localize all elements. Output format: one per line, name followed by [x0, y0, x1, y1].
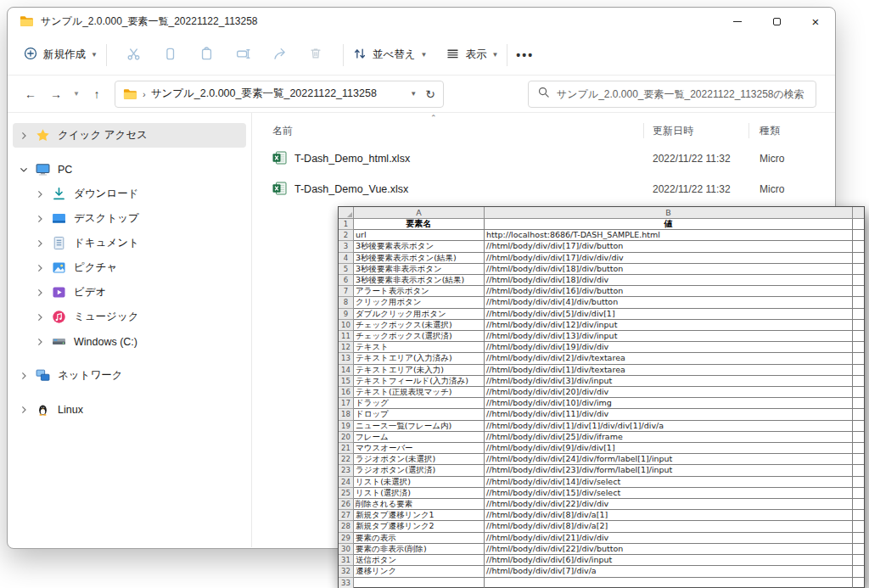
cell-b3[interactable]: //html/body/div/div[17]/div/button: [485, 241, 853, 252]
cell-a1[interactable]: 要素名: [354, 219, 485, 230]
cell-a18[interactable]: ドロップ: [354, 409, 485, 420]
cell-b24[interactable]: //html/body/div/div[14]/div/select: [485, 477, 853, 488]
cell-c-partial[interactable]: [853, 465, 864, 476]
row-number[interactable]: 3: [339, 241, 354, 252]
cell-c-partial[interactable]: [853, 533, 864, 544]
cell-b30[interactable]: //html/body/div/div[22]/div/button: [485, 544, 853, 555]
chevron-right-icon[interactable]: [36, 338, 45, 346]
cell-a32[interactable]: 遷移リンク: [354, 566, 485, 577]
cell-b11[interactable]: //html/body/div/div[13]/div/input: [485, 331, 853, 342]
cell-a33[interactable]: [354, 578, 485, 588]
cell-a28[interactable]: 新規タブ遷移リンク2: [354, 521, 485, 532]
cell-b23[interactable]: //html/body/div/div[23]/div/form/label[1…: [485, 465, 853, 476]
row-number[interactable]: 15: [339, 376, 354, 387]
chevron-right-icon[interactable]: [36, 264, 45, 272]
chevron-right-icon[interactable]: [20, 132, 29, 140]
row-number[interactable]: 8: [339, 297, 354, 308]
row-number[interactable]: 21: [339, 443, 354, 454]
sidebar-item-linux[interactable]: Linux: [13, 397, 246, 422]
cell-a8[interactable]: クリック用ボタン: [354, 297, 485, 308]
cell-a9[interactable]: ダブルクリック用ボタン: [354, 309, 485, 320]
file-row[interactable]: T-Dash_Demo_Vue.xlsx2022/11/22 11:32Micr…: [252, 174, 835, 204]
cell-c-partial[interactable]: [853, 421, 864, 432]
cell-c-partial[interactable]: [853, 309, 864, 320]
up-button[interactable]: ↑: [84, 81, 109, 107]
cell-a20[interactable]: フレーム: [354, 432, 485, 443]
cell-a25[interactable]: リスト(選択済): [354, 488, 485, 499]
maximize-button[interactable]: [757, 8, 796, 35]
cell-b8[interactable]: //html/body/div/div[4]/div/button: [485, 297, 853, 308]
cell-c-partial[interactable]: [853, 241, 864, 252]
cell-a21[interactable]: マウスオーバー: [354, 443, 485, 454]
cell-a3[interactable]: 3秒後要素表示ボタン: [354, 241, 485, 252]
breadcrumb-folder-name[interactable]: サンプル_2.0.000_要素一覧_20221122_113258: [151, 87, 377, 101]
cell-b16[interactable]: //html/body/div/div[20]/div/div: [485, 387, 853, 398]
cell-c-partial[interactable]: [853, 387, 864, 398]
row-number[interactable]: 1: [339, 219, 354, 230]
chevron-right-icon[interactable]: [20, 406, 29, 414]
cell-b31[interactable]: //html/body/div/div[6]/div/input: [485, 555, 853, 566]
column-header-name[interactable]: 名前: [252, 123, 644, 138]
row-number[interactable]: 32: [339, 566, 354, 577]
cell-a6[interactable]: 3秒後要素非表示ボタン(結果): [354, 275, 485, 286]
cell-b7[interactable]: //html/body/div/div[16]/div/button: [485, 286, 853, 297]
cell-b29[interactable]: //html/body/div/div[21]/div/div: [485, 533, 853, 544]
cell-b9[interactable]: //html/body/div/div[5]/div/div[1]: [485, 309, 853, 320]
cell-b10[interactable]: //html/body/div/div[12]/div/input: [485, 320, 853, 331]
cell-c-partial[interactable]: [853, 409, 864, 420]
chevron-right-icon[interactable]: [20, 372, 29, 380]
cell-a22[interactable]: ラジオボタン(未選択): [354, 454, 485, 465]
cell-c-partial[interactable]: [853, 353, 864, 364]
cell-a29[interactable]: 要素の表示: [354, 533, 485, 544]
cell-c-partial[interactable]: [853, 544, 864, 555]
cell-a30[interactable]: 要素の非表示(削除): [354, 544, 485, 555]
cell-c-partial[interactable]: [853, 275, 864, 286]
cell-b14[interactable]: //html/body/div/div[1]/div/textarea: [485, 365, 853, 376]
cell-b17[interactable]: //html/body/div/div[10]/div/img: [485, 398, 853, 409]
row-number[interactable]: 13: [339, 353, 354, 364]
cell-a7[interactable]: アラート表示ボタン: [354, 286, 485, 297]
cell-b33[interactable]: [485, 578, 853, 588]
chevron-down-icon[interactable]: ▼: [410, 90, 417, 98]
cell-c-partial[interactable]: [853, 555, 864, 566]
row-number[interactable]: 20: [339, 432, 354, 443]
chevron-right-icon[interactable]: [36, 215, 45, 223]
cell-c-partial[interactable]: [853, 398, 864, 409]
cell-b25[interactable]: //html/body/div/div[15]/div/select: [485, 488, 853, 499]
cell-c-partial[interactable]: [853, 264, 864, 275]
row-number[interactable]: 9: [339, 309, 354, 320]
new-button[interactable]: 新規作成 ▼: [23, 46, 98, 64]
cell-c-partial[interactable]: [853, 432, 864, 443]
cell-c-partial[interactable]: [853, 230, 864, 241]
cell-c-partial[interactable]: [853, 331, 864, 342]
cell-c-partial[interactable]: [853, 297, 864, 308]
recent-locations-button[interactable]: ▼: [69, 81, 84, 107]
cell-c-partial[interactable]: [853, 499, 864, 510]
sort-button[interactable]: 並べ替え ▼: [352, 46, 428, 64]
cell-a13[interactable]: テキストエリア(入力済み): [354, 353, 485, 364]
cell-a17[interactable]: ドラッグ: [354, 398, 485, 409]
cell-b18[interactable]: //html/body/div/div[11]/div/div: [485, 409, 853, 420]
cell-a14[interactable]: テキストエリア(未入力): [354, 365, 485, 376]
view-button[interactable]: 表示 ▼: [446, 47, 498, 64]
more-options-button[interactable]: •••: [516, 48, 534, 62]
cell-c-partial[interactable]: [853, 521, 864, 532]
cell-b28[interactable]: //html/body/div/div[8]/div/a[2]: [485, 521, 853, 532]
row-number[interactable]: 29: [339, 533, 354, 544]
row-number[interactable]: 26: [339, 499, 354, 510]
delete-button[interactable]: [298, 40, 334, 70]
row-number[interactable]: 28: [339, 521, 354, 532]
copy-button[interactable]: [152, 40, 188, 70]
cell-a2[interactable]: url: [354, 230, 485, 241]
row-number[interactable]: 25: [339, 488, 354, 499]
cell-b15[interactable]: //html/body/div/div[3]/div/input: [485, 376, 853, 387]
column-header-modified[interactable]: 更新日時: [644, 123, 749, 138]
file-row[interactable]: T-Dash_Demo_html.xlsx2022/11/22 11:32Mic…: [252, 143, 835, 174]
chevron-right-icon[interactable]: [36, 239, 45, 248]
address-breadcrumb[interactable]: › サンプル_2.0.000_要素一覧_20221122_113258 ▼ ↻: [115, 81, 444, 108]
sidebar-item-pc[interactable]: PC: [13, 157, 246, 182]
rename-button[interactable]: [225, 40, 261, 70]
cell-c-partial[interactable]: [853, 488, 864, 499]
cell-c-partial[interactable]: [853, 219, 864, 230]
chevron-right-icon[interactable]: [36, 313, 45, 322]
